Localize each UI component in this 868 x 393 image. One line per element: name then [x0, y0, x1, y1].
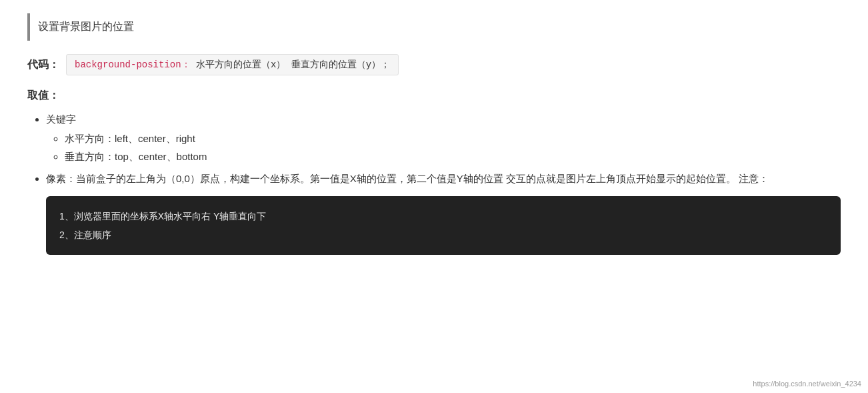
- code-property: background-position：: [75, 59, 191, 70]
- list-item-keywords: 关键字 水平方向：left、center、right 垂直方向：top、cent…: [46, 113, 841, 163]
- code-block: background-position： 水平方向的位置（x） 垂直方向的位置（…: [66, 54, 399, 75]
- list-item-vertical: 垂直方向：top、center、bottom: [65, 151, 841, 163]
- keywords-label: 关键字: [46, 113, 76, 125]
- pixels-text: 像素：当前盒子的左上角为（0,0）原点，构建一个坐标系。第一值是X轴的位置，第二…: [46, 173, 769, 184]
- values-title: 取值：: [27, 89, 841, 103]
- note-box: 1、浏览器里面的坐标系X轴水平向右 Y轴垂直向下 2、注意顺序: [46, 196, 841, 255]
- note-item-2: 2、注意顺序: [59, 226, 827, 244]
- code-label: 代码：: [27, 58, 59, 72]
- inner-list-keywords: 水平方向：left、center、right 垂直方向：top、center、b…: [46, 133, 841, 163]
- vertical-text: 垂直方向：top、center、bottom: [65, 151, 207, 162]
- code-comment: 水平方向的位置（x） 垂直方向的位置（y）；: [191, 59, 391, 70]
- list-item-horizontal: 水平方向：left、center、right: [65, 133, 841, 145]
- outer-list: 关键字 水平方向：left、center、right 垂直方向：top、cent…: [27, 113, 841, 255]
- code-line: 代码： background-position： 水平方向的位置（x） 垂直方向…: [27, 54, 841, 75]
- note-item-1: 1、浏览器里面的坐标系X轴水平向右 Y轴垂直向下: [59, 207, 827, 226]
- section-title: 设置背景图片的位置: [27, 13, 841, 41]
- page-container: 设置背景图片的位置 代码： background-position： 水平方向的…: [27, 13, 841, 255]
- watermark[interactable]: https://blog.csdn.net/weixin_4234: [753, 380, 861, 388]
- horizontal-text: 水平方向：left、center、right: [65, 133, 195, 144]
- list-item-pixels: 像素：当前盒子的左上角为（0,0）原点，构建一个坐标系。第一值是X轴的位置，第二…: [46, 173, 841, 255]
